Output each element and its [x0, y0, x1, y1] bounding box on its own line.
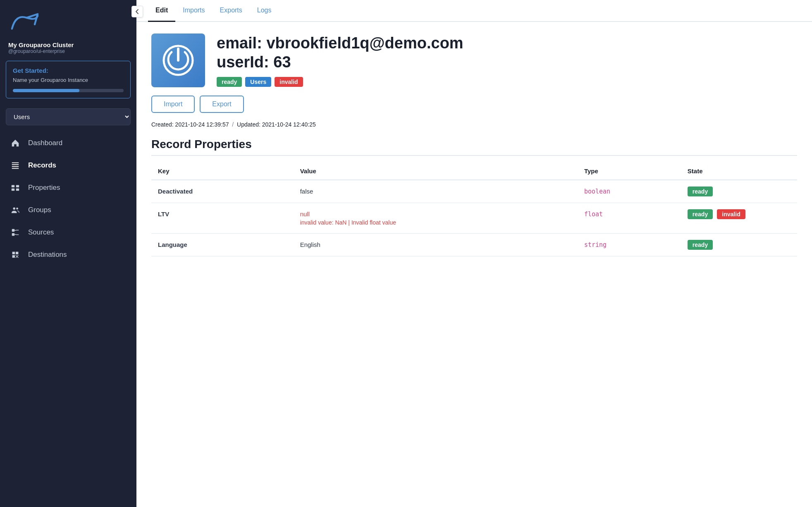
row-state: ready	[681, 234, 797, 256]
row-state: ready invalid	[681, 203, 797, 234]
content-area: email: vbrookfield1q@demo.com userId: 63…	[136, 22, 812, 507]
svg-rect-5	[16, 185, 19, 188]
tab-exports[interactable]: Exports	[213, 0, 250, 22]
row-value: null invalid value: NaN | Invalid float …	[294, 203, 578, 234]
row-value: English	[294, 234, 578, 256]
svg-rect-0	[12, 163, 19, 163]
created-value: 2021-10-24 12:39:57	[175, 121, 229, 128]
sidebar-item-properties[interactable]: Properties	[0, 177, 136, 199]
row-type: float	[578, 203, 681, 234]
sidebar-item-groups[interactable]: Groups	[0, 199, 136, 221]
svg-point-8	[13, 208, 16, 210]
destinations-icon	[10, 249, 21, 260]
grouparoo-logo-icon	[8, 10, 41, 35]
get-started-text: Name your Grouparoo Instance	[13, 77, 124, 84]
properties-table: Key Value Type State Deactivated false b…	[151, 163, 797, 256]
updated-value: 2021-10-24 12:40:25	[262, 121, 316, 128]
sources-icon	[10, 227, 21, 238]
action-buttons: Import Export	[151, 96, 797, 113]
sidebar-item-dashboard[interactable]: Dashboard	[0, 132, 136, 154]
state-badge-invalid: invalid	[717, 209, 745, 219]
export-button[interactable]: Export	[200, 96, 244, 113]
sidebar-item-destinations[interactable]: Destinations	[0, 244, 136, 266]
records-icon	[10, 160, 21, 171]
col-value: Value	[294, 163, 578, 180]
svg-rect-11	[12, 233, 14, 236]
home-icon	[10, 138, 21, 148]
table-row: LTV null invalid value: NaN | Invalid fl…	[151, 203, 797, 234]
sidebar-item-sources[interactable]: Sources	[0, 221, 136, 244]
cluster-info: My Grouparoo Cluster @grouparoo/ui-enter…	[0, 41, 136, 61]
progress-bar-bg	[13, 89, 124, 92]
record-header: email: vbrookfield1q@demo.com userId: 63…	[151, 33, 797, 87]
row-type: string	[578, 234, 681, 256]
badge-users: Users	[245, 77, 271, 87]
state-badge-ready: ready	[688, 209, 713, 219]
col-type: Type	[578, 163, 681, 180]
col-state: State	[681, 163, 797, 180]
row-type: boolean	[578, 180, 681, 203]
tab-logs[interactable]: Logs	[250, 0, 279, 22]
svg-rect-6	[12, 189, 14, 191]
get-started-title: Get Started:	[13, 67, 124, 74]
badge-ready: ready	[217, 77, 242, 87]
record-properties-title: Record Properties	[151, 138, 797, 156]
updated-label: Updated:	[237, 121, 260, 128]
record-userid-line: userId: 63	[217, 53, 797, 72]
svg-rect-4	[12, 185, 14, 188]
table-row: Language English string ready	[151, 234, 797, 256]
sidebar-item-dashboard-label: Dashboard	[28, 139, 62, 147]
row-key: LTV	[151, 203, 294, 234]
sidebar-item-groups-label: Groups	[28, 206, 51, 214]
sidebar-logo-area	[0, 0, 136, 41]
badge-invalid: invalid	[275, 77, 303, 87]
progress-bar-fill	[13, 89, 79, 92]
sidebar-toggle[interactable]	[131, 6, 143, 17]
sidebar-nav: Dashboard Records Properties Groups Sour…	[0, 129, 136, 266]
record-email-line: email: vbrookfield1q@demo.com	[217, 34, 797, 53]
svg-rect-1	[12, 164, 19, 165]
state-badge-ready: ready	[688, 187, 713, 196]
record-userid-label: userId:	[217, 53, 269, 71]
state-badge-ready: ready	[688, 240, 713, 250]
svg-rect-10	[12, 229, 14, 232]
svg-rect-7	[16, 189, 19, 191]
model-select-wrapper[interactable]: Users Contacts Leads	[6, 108, 131, 125]
groups-icon	[10, 205, 21, 215]
record-meta: Created: 2021-10-24 12:39:57 / Updated: …	[151, 121, 797, 128]
created-label: Created:	[151, 121, 174, 128]
get-started-box: Get Started: Name your Grouparoo Instanc…	[6, 61, 131, 98]
cluster-org: @grouparoo/ui-enterprise	[8, 48, 128, 54]
main-content: Edit Imports Exports Logs email: vbrookf…	[136, 0, 812, 507]
invalid-msg: invalid value: NaN | Invalid float value	[300, 219, 571, 226]
row-value: false	[294, 180, 578, 203]
svg-rect-3	[12, 168, 19, 169]
sidebar-item-records-label: Records	[28, 161, 56, 170]
tabs-bar: Edit Imports Exports Logs	[136, 0, 812, 22]
svg-point-9	[16, 208, 18, 210]
row-key: Language	[151, 234, 294, 256]
properties-icon	[10, 182, 21, 193]
sidebar-item-sources-label: Sources	[28, 228, 54, 237]
tab-imports[interactable]: Imports	[175, 0, 212, 22]
sidebar-item-destinations-label: Destinations	[28, 251, 67, 259]
record-email-value: vbrookfield1q@demo.com	[266, 34, 463, 52]
sidebar: My Grouparoo Cluster @grouparoo/ui-enter…	[0, 0, 136, 507]
record-email-label: email:	[217, 34, 262, 52]
record-info: email: vbrookfield1q@demo.com userId: 63…	[217, 34, 797, 86]
sidebar-item-properties-label: Properties	[28, 184, 60, 192]
cluster-name: My Grouparoo Cluster	[8, 41, 128, 48]
null-value: null	[300, 210, 310, 218]
model-select-input[interactable]: Users Contacts Leads	[6, 108, 131, 125]
col-key: Key	[151, 163, 294, 180]
tab-edit[interactable]: Edit	[148, 0, 175, 22]
record-userid-value: 63	[273, 53, 291, 71]
table-row: Deactivated false boolean ready	[151, 180, 797, 203]
record-badges: ready Users invalid	[217, 77, 797, 87]
power-icon	[162, 44, 195, 77]
row-key: Deactivated	[151, 180, 294, 203]
sidebar-item-records[interactable]: Records	[0, 154, 136, 177]
import-button[interactable]: Import	[151, 96, 195, 113]
row-state: ready	[681, 180, 797, 203]
svg-rect-2	[12, 166, 19, 167]
